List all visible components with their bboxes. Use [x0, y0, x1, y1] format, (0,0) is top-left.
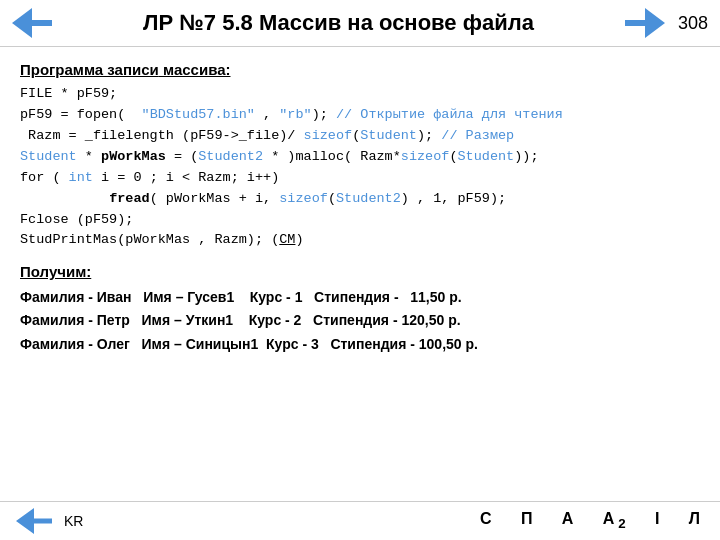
code-line-4: Student * pWorkMas = (Student2 * )malloc… [20, 147, 700, 168]
code-line-3: Razm = _filelength (pF59->_file)/ sizeof… [20, 126, 700, 147]
program-title-underline: Программа записи [20, 61, 159, 78]
output-line-3: Фамилия - Олег Имя – Синицын1 Курс - 3 С… [20, 333, 700, 356]
footer-nav-label: С П А А2 І Л [480, 510, 704, 531]
program-section-title: Программа записи массива: [20, 61, 700, 78]
code-line-8: StudPrintMas(pWorkMas , Razm); (СМ) [20, 230, 700, 251]
slide-title: ЛР №7 5.8 Массив на основе файла [62, 10, 615, 36]
main-content: Программа записи массива: FILE * pF59; p… [0, 47, 720, 366]
code-line-7: Fclose (pF59); [20, 210, 700, 231]
output-line-2: Фамилия - Петр Имя – Уткин1 Курс - 2 Сти… [20, 309, 700, 332]
footer-kr-label: KR [64, 513, 480, 529]
output-line-1: Фамилия - Иван Имя – Гусев1 Курс - 1 Сти… [20, 286, 700, 309]
footer-prev-button[interactable] [16, 508, 52, 534]
next-slide-button[interactable] [625, 8, 665, 38]
footer: KR С П А А2 І Л [0, 501, 720, 540]
output-lines: Фамилия - Иван Имя – Гусев1 Курс - 1 Сти… [20, 286, 700, 355]
output-section-title: Получим: [20, 263, 700, 280]
code-line-6: fread( pWorkMas + i, sizeof(Student2) , … [20, 189, 700, 210]
page-number: 308 [673, 13, 708, 34]
header: ЛР №7 5.8 Массив на основе файла 308 [0, 0, 720, 47]
code-block: FILE * pF59; pF59 = fopen( "BDStud57.bin… [20, 84, 700, 251]
code-line-5: for ( int i = 0 ; i < Razm; i++) [20, 168, 700, 189]
program-title-rest: массива: [159, 61, 231, 78]
code-line-2: pF59 = fopen( "BDStud57.bin" , "rb"); //… [20, 105, 700, 126]
prev-slide-button[interactable] [12, 8, 52, 38]
code-line-1: FILE * pF59; [20, 84, 700, 105]
